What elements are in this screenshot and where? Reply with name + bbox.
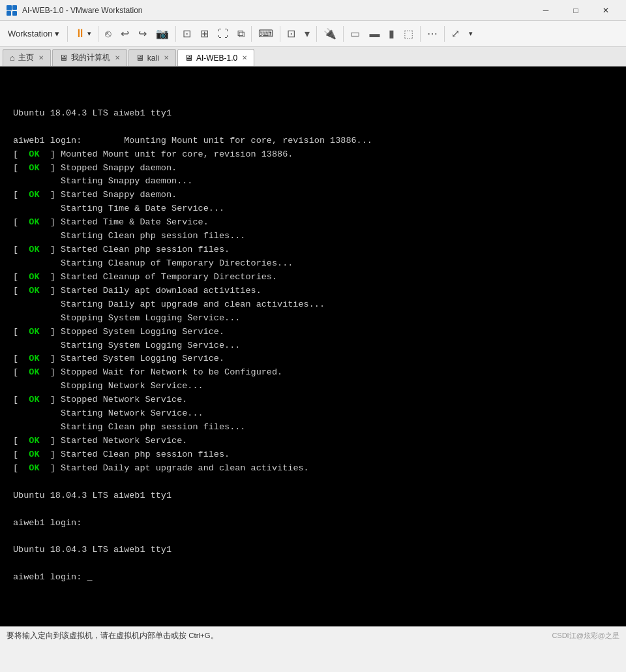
pause-button[interactable]: ⏸ ▾ xyxy=(70,23,95,44)
view1-icon: ▭ xyxy=(350,27,360,40)
snapshot-back-button[interactable]: ↩ xyxy=(117,23,133,44)
mypc-tab-icon: 🖥 xyxy=(59,53,68,63)
tab-kali[interactable]: 🖥 kali ✕ xyxy=(128,49,176,66)
tab-mypc[interactable]: 🖥 我的计算机 ✕ xyxy=(52,49,127,66)
title-bar: AI-WEB-1.0 - VMware Workstation ─ □ ✕ xyxy=(0,0,626,21)
revert-button[interactable]: ⎋ xyxy=(101,23,115,44)
minimize-button[interactable]: ─ xyxy=(531,0,561,21)
tab-aiweb1-label: AI-WEB-1.0 xyxy=(196,53,237,63)
tab-aiweb1-close[interactable]: ✕ xyxy=(242,54,247,61)
resize-dropdown-button[interactable]: ▾ xyxy=(465,23,477,44)
sendctrlaltdel2-button[interactable]: ▾ xyxy=(301,23,314,44)
fit-button[interactable]: ⊡ xyxy=(179,23,195,44)
toolbar-separator-1 xyxy=(67,26,68,42)
sendctrlaltdel-button[interactable]: ⊡ xyxy=(283,23,299,44)
vm-screen[interactable]: Ubuntu 18.04.3 LTS aiweb1 tty1 aiweb1 lo… xyxy=(0,67,626,626)
unity-icon: ⧉ xyxy=(237,28,245,40)
aiweb1-tab-icon: 🖥 xyxy=(185,53,193,63)
tab-kali-close[interactable]: ✕ xyxy=(164,54,169,61)
svg-rect-3 xyxy=(12,11,17,16)
window-controls[interactable]: ─ □ ✕ xyxy=(531,0,621,21)
terminal-output: Ubuntu 18.04.3 LTS aiweb1 tty1 aiweb1 lo… xyxy=(0,67,626,598)
toolbar-separator-5 xyxy=(280,26,280,42)
status-message: 要将输入定向到该虚拟机，请在虚拟机内部单击或按 Ctrl+G。 xyxy=(7,631,218,641)
console-button[interactable]: ⌨ xyxy=(254,23,277,44)
snapshot-button[interactable]: 📷 xyxy=(152,23,173,44)
toolbar-separator-6 xyxy=(316,26,317,42)
tab-home-close[interactable]: ✕ xyxy=(38,54,44,61)
pause-dropdown-icon: ▾ xyxy=(87,29,91,38)
view1-button[interactable]: ▭ xyxy=(346,23,364,44)
view4-icon: ⬚ xyxy=(404,27,413,40)
svg-rect-2 xyxy=(7,11,11,16)
tab-kali-label: kali xyxy=(147,53,159,63)
fit-guest-icon: ⊞ xyxy=(200,27,209,40)
window-title: AI-WEB-1.0 - VMware Workstation xyxy=(22,6,531,15)
toolbar-separator-2 xyxy=(98,26,98,42)
fit-guest-button[interactable]: ⊞ xyxy=(196,23,213,44)
home-tab-icon: ⌂ xyxy=(10,53,15,63)
toolbar-separator-4 xyxy=(251,26,252,42)
toolbar: Workstation ▾ ⏸ ▾ ⎋ ↩ ↪ 📷 ⊡ ⊞ ⛶ ⧉ ⌨ ⊡ ▾ … xyxy=(0,21,626,47)
more-button[interactable]: ⋯ xyxy=(423,23,441,44)
fit-icon: ⊡ xyxy=(183,27,191,40)
view3-icon: ▮ xyxy=(389,27,395,40)
resize-icon: ⤢ xyxy=(451,27,460,40)
cad-icon: ⊡ xyxy=(287,27,295,40)
view3-button[interactable]: ▮ xyxy=(385,23,398,44)
snapshot-back-icon: ↩ xyxy=(121,27,129,40)
maximize-button[interactable]: □ xyxy=(561,0,591,21)
pause-icon: ⏸ xyxy=(74,27,86,40)
snapshot-forward-button[interactable]: ↪ xyxy=(134,23,151,44)
resize-dropdown-icon: ▾ xyxy=(469,29,473,38)
view4-button[interactable]: ⬚ xyxy=(400,23,417,44)
toolbar-separator-7 xyxy=(343,26,344,42)
tabs-bar: ⌂ 主页 ✕ 🖥 我的计算机 ✕ 🖥 kali ✕ 🖥 AI-WEB-1.0 ✕ xyxy=(0,47,626,67)
view2-icon: ▬ xyxy=(369,28,380,40)
dropdown-arrow-icon: ▾ xyxy=(55,29,59,38)
app-icon xyxy=(5,4,18,17)
status-bar: 要将输入定向到该虚拟机，请在虚拟机内部单击或按 Ctrl+G。 CSDI江@炫彩… xyxy=(0,626,626,645)
tab-mypc-close[interactable]: ✕ xyxy=(115,54,120,61)
console-icon: ⌨ xyxy=(258,27,273,40)
toolbar-separator-8 xyxy=(420,26,421,42)
cad2-icon: ▾ xyxy=(305,27,310,40)
workstation-label: Workstation xyxy=(8,29,52,38)
toolbar-separator-3 xyxy=(175,26,176,42)
devices-icon: 🔌 xyxy=(323,27,336,40)
fullscreen-button[interactable]: ⛶ xyxy=(214,23,232,44)
camera-icon: 📷 xyxy=(156,27,169,40)
tab-home[interactable]: ⌂ 主页 ✕ xyxy=(3,49,51,66)
tab-home-label: 主页 xyxy=(18,52,34,63)
toolbar-separator-9 xyxy=(444,26,445,42)
resize-button[interactable]: ⤢ xyxy=(447,23,464,44)
svg-rect-1 xyxy=(12,5,17,10)
snapshot-forward-icon: ↪ xyxy=(138,27,147,40)
tab-mypc-label: 我的计算机 xyxy=(71,52,110,63)
revert-icon: ⎋ xyxy=(105,28,112,40)
fullscreen-icon: ⛶ xyxy=(218,28,228,40)
view2-button[interactable]: ▬ xyxy=(365,23,383,44)
tab-aiweb1[interactable]: 🖥 AI-WEB-1.0 ✕ xyxy=(177,49,254,66)
devices-button[interactable]: 🔌 xyxy=(320,23,340,44)
unity-button[interactable]: ⧉ xyxy=(233,23,248,44)
workstation-menu-button[interactable]: Workstation ▾ xyxy=(3,23,65,44)
kali-tab-icon: 🖥 xyxy=(136,53,144,63)
close-button[interactable]: ✕ xyxy=(591,0,621,21)
csdn-badge: CSDI江@炫彩@之星 xyxy=(552,631,619,641)
svg-rect-0 xyxy=(7,5,12,10)
more-icon: ⋯ xyxy=(427,27,438,40)
